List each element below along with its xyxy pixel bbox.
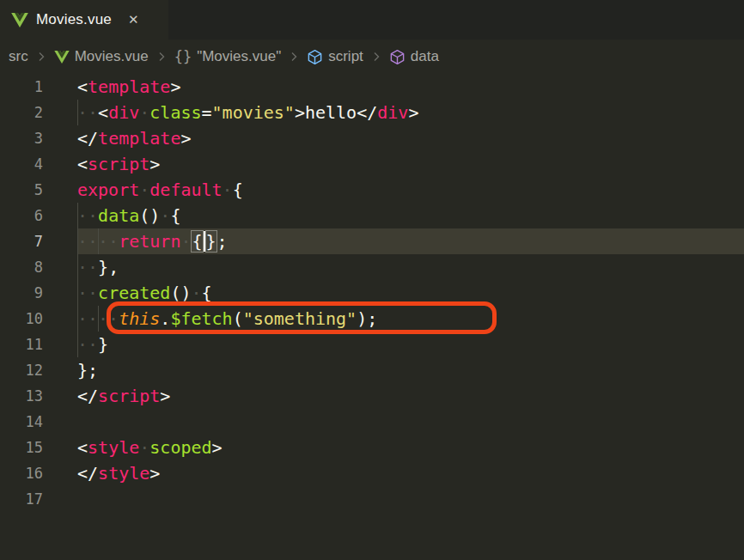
code-token: · [139, 180, 149, 200]
code-token: < [77, 76, 88, 97]
line-number[interactable]: 11 [0, 332, 43, 357]
code-line-6[interactable]: 6··data()·{ [0, 203, 744, 228]
line-number[interactable]: 15 [0, 435, 43, 460]
code-token: > [408, 102, 418, 123]
breadcrumb-item-data[interactable]: data [389, 48, 439, 65]
code-token: ; [367, 308, 377, 329]
code-line-1[interactable]: 1<template> [0, 74, 744, 100]
code-text[interactable]: export·default·{ [77, 177, 243, 203]
line-number[interactable]: 7 [0, 228, 43, 254]
code-token: > [149, 154, 160, 174]
code-text[interactable]: </template> [77, 125, 191, 151]
code-token: script [88, 154, 149, 174]
breadcrumb-item-movies-vue[interactable]: {}"Movies.vue" [174, 48, 282, 65]
code-line-11[interactable]: 11··} [0, 332, 744, 357]
vue-logo-icon [11, 13, 28, 27]
line-number[interactable]: 14 [0, 409, 43, 435]
line-number[interactable]: 8 [0, 254, 43, 280]
code-text[interactable]: ··}, [77, 254, 119, 280]
line-number[interactable]: 17 [0, 486, 43, 512]
code-line-14[interactable]: 14 [0, 409, 744, 435]
code-token: $fetch [170, 308, 232, 329]
code-line-15[interactable]: 15<style·scoped> [0, 435, 744, 460]
line-number[interactable]: 6 [0, 203, 43, 228]
code-text[interactable]: ····this.$fetch("something"); [77, 306, 377, 332]
code-text[interactable]: <script> [77, 151, 160, 177]
code-text[interactable]: </script> [77, 383, 170, 409]
tab-close-icon[interactable]: ✕ [125, 10, 143, 29]
line-number[interactable]: 16 [0, 460, 43, 486]
code-text[interactable]: </style> [77, 460, 160, 486]
code-token: · [160, 205, 170, 226]
breadcrumb-label: src [9, 48, 28, 65]
tab-movies-vue[interactable]: Movies.vue ✕ [0, 0, 168, 40]
code-line-13[interactable]: 13</script> [0, 383, 744, 409]
code-token: template [88, 76, 170, 97]
code-line-12[interactable]: 12}; [0, 357, 744, 383]
code-token: this [119, 308, 160, 329]
code-token: ·· [77, 257, 98, 277]
line-number[interactable]: 4 [0, 151, 43, 177]
line-number[interactable]: 2 [0, 100, 43, 125]
code-line-5[interactable]: 5export·default·{ [0, 177, 744, 203]
code-text[interactable]: <template> [77, 74, 180, 100]
code-token: . [160, 308, 170, 329]
text-cursor [204, 231, 205, 252]
code-token: > [170, 76, 180, 97]
code-token: { [233, 180, 243, 200]
code-text[interactable]: }; [77, 357, 98, 383]
chevron-right-icon [287, 50, 301, 64]
code-token: scoped [149, 437, 211, 458]
code-token: return [119, 231, 180, 252]
code-token: export [77, 180, 139, 200]
tab-bar: Movies.vue ✕ [0, 0, 744, 40]
code-line-9[interactable]: 9··created()·{ [0, 280, 744, 306]
code-line-10[interactable]: 10····this.$fetch("something"); [0, 306, 744, 332]
line-number[interactable]: 13 [0, 383, 43, 409]
breadcrumb-item-src[interactable]: src [9, 48, 28, 65]
line-number[interactable]: 1 [0, 74, 43, 100]
code-token: </ [77, 386, 98, 406]
code-line-4[interactable]: 4<script> [0, 151, 744, 177]
code-text[interactable]: <style·scoped> [77, 435, 223, 460]
line-number[interactable]: 3 [0, 125, 43, 151]
code-token: default [149, 180, 222, 200]
code-text[interactable]: ····return·{}; [77, 228, 228, 254]
code-text[interactable]: ··} [77, 332, 108, 357]
code-token: "movies" [212, 102, 295, 123]
code-text[interactable]: ··created()·{ [77, 280, 212, 306]
code-line-8[interactable]: 8··}, [0, 254, 744, 280]
code-line-16[interactable]: 16</style> [0, 460, 744, 486]
code-line-2[interactable]: 2··<div·class="movies">hello</div> [0, 100, 744, 125]
code-token: ·· [77, 283, 98, 303]
line-number[interactable]: 9 [0, 280, 43, 306]
breadcrumb: srcMovies.vue{}"Movies.vue"scriptdata [0, 40, 744, 74]
code-token: () [139, 205, 160, 226]
code-token: ·· [77, 102, 98, 123]
code-token: </ [77, 463, 98, 484]
breadcrumb-item-movies-vue[interactable]: Movies.vue [54, 48, 149, 65]
code-token: ·· [77, 334, 98, 355]
code-token: created [98, 283, 170, 303]
code-token: > [212, 437, 223, 458]
line-number[interactable]: 12 [0, 357, 43, 383]
code-token: ·· [77, 205, 98, 226]
code-token: style [98, 463, 149, 484]
editor[interactable]: 1<template>2··<div·class="movies">hello<… [0, 74, 744, 512]
code-token: script [98, 386, 160, 406]
breadcrumb-item-script[interactable]: script [307, 48, 363, 65]
chevron-right-icon [369, 50, 383, 64]
code-text[interactable]: ··<div·class="movies">hello</div> [77, 100, 418, 125]
code-text[interactable]: ··data()·{ [77, 203, 180, 228]
code-token: > [295, 102, 305, 123]
code-line-3[interactable]: 3</template> [0, 125, 744, 151]
code-line-17[interactable]: 17 [0, 486, 744, 512]
vue-logo-icon [54, 51, 70, 64]
line-number[interactable]: 5 [0, 177, 43, 203]
code-token: data [98, 205, 139, 226]
code-line-7[interactable]: 7····return·{}; [0, 228, 744, 254]
line-number[interactable]: 10 [0, 306, 43, 332]
code-token: · [180, 231, 191, 252]
code-token: class [149, 102, 201, 123]
code-token: ···· [77, 231, 119, 252]
